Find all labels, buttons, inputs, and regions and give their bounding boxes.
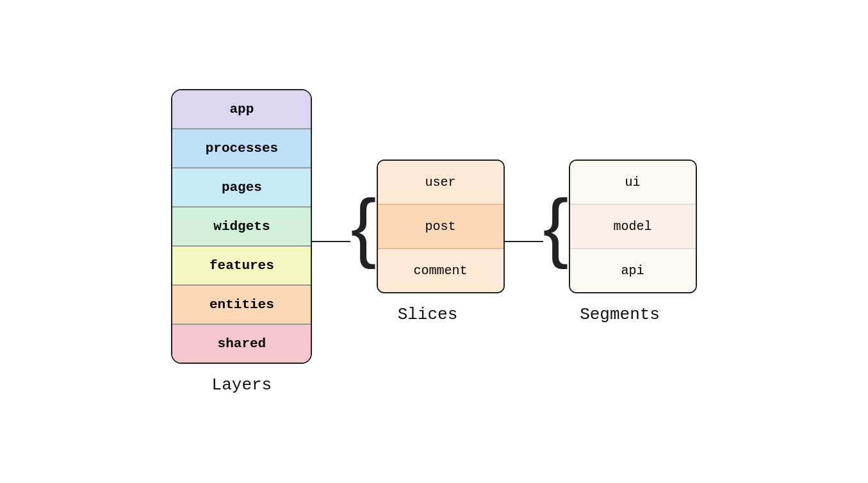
layer-item-pages: pages: [172, 94, 311, 133]
layer-item-features: features: [172, 172, 311, 211]
slice-item-user: user: [378, 161, 504, 205]
layers-label: Layers: [212, 300, 272, 320]
segments-inner: { uimodelapi: [543, 160, 697, 293]
connector-layers-to-slices: [312, 175, 350, 309]
slices-label: Slices: [398, 305, 458, 324]
slices-column: { userpostcomment Slices: [350, 160, 504, 324]
layer-item-widgets: widgets: [172, 133, 311, 172]
layers-column: appprocessespageswidgetsfeaturesentities…: [171, 14, 312, 320]
segment-item-api: api: [570, 249, 696, 292]
brace-left-segments: {: [543, 188, 569, 265]
slices-inner: { userpostcomment: [350, 160, 504, 293]
layer-item-entities: entities: [172, 211, 311, 250]
segments-column: { uimodelapi Segments: [543, 160, 697, 324]
segment-item-ui: ui: [570, 161, 696, 205]
layers-box: appprocessespageswidgetsfeaturesentities…: [171, 14, 312, 289]
slice-item-comment: comment: [378, 249, 504, 292]
slices-box: userpostcomment: [377, 160, 505, 293]
segment-item-model: model: [570, 205, 696, 249]
layer-item-app: app: [172, 15, 311, 54]
segments-label: Segments: [580, 305, 660, 324]
connector-slices-to-segments: [505, 175, 543, 309]
segments-box: uimodelapi: [569, 160, 697, 293]
brace-left: {: [350, 188, 376, 265]
layer-item-processes: processes: [172, 54, 311, 94]
architecture-diagram: appprocessespageswidgetsfeaturesentities…: [171, 160, 696, 324]
layer-item-shared: shared: [172, 250, 311, 288]
slice-item-post: post: [378, 205, 504, 249]
